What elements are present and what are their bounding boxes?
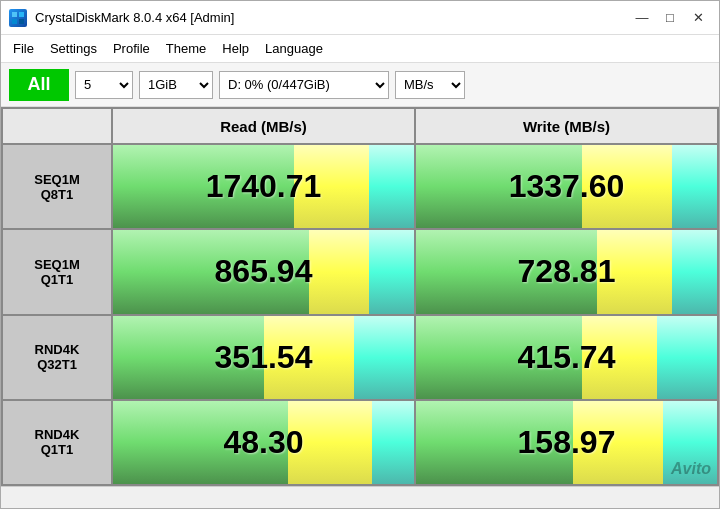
menu-file[interactable]: File — [5, 38, 42, 59]
row-label-seq1m-q1t1: SEQ1M Q1T1 — [3, 230, 113, 315]
menu-settings[interactable]: Settings — [42, 38, 105, 59]
menu-profile[interactable]: Profile — [105, 38, 158, 59]
minimize-button[interactable]: — — [629, 7, 655, 29]
read-seq1m-q1t1: 865.94 — [113, 230, 416, 315]
app-icon — [9, 9, 27, 27]
maximize-button[interactable]: □ — [657, 7, 683, 29]
write-seq1m-q1t1: 728.81 — [416, 230, 719, 315]
avito-watermark: Avito — [671, 460, 711, 478]
close-button[interactable]: ✕ — [685, 7, 711, 29]
header-write: Write (MB/s) — [416, 109, 719, 145]
title-bar: CrystalDiskMark 8.0.4 x64 [Admin] — □ ✕ — [1, 1, 719, 35]
status-bar — [1, 486, 719, 508]
window-title: CrystalDiskMark 8.0.4 x64 [Admin] — [35, 10, 234, 25]
read-rnd4k-q1t1: 48.30 — [113, 401, 416, 486]
results-table: Read (MB/s) Write (MB/s) SEQ1M Q8T1 1740… — [1, 107, 719, 486]
svg-rect-2 — [12, 19, 17, 24]
drive-select[interactable]: D: 0% (0/447GiB) C: 50% (250/500GiB) — [219, 71, 389, 99]
window-controls: — □ ✕ — [629, 7, 711, 29]
toolbar: All 5 1 3 9 1GiB 512MiB 256MiB 2GiB D: 0… — [1, 63, 719, 107]
svg-rect-1 — [19, 12, 24, 17]
runs-select[interactable]: 5 1 3 9 — [75, 71, 133, 99]
svg-rect-0 — [12, 12, 17, 17]
header-empty — [3, 109, 113, 145]
main-window: CrystalDiskMark 8.0.4 x64 [Admin] — □ ✕ … — [0, 0, 720, 509]
svg-rect-3 — [19, 19, 24, 24]
title-bar-left: CrystalDiskMark 8.0.4 x64 [Admin] — [9, 9, 234, 27]
write-rnd4k-q32t1: 415.74 — [416, 316, 719, 401]
menu-bar: File Settings Profile Theme Help Languag… — [1, 35, 719, 63]
menu-language[interactable]: Language — [257, 38, 331, 59]
menu-help[interactable]: Help — [214, 38, 257, 59]
menu-theme[interactable]: Theme — [158, 38, 214, 59]
header-read: Read (MB/s) — [113, 109, 416, 145]
read-rnd4k-q32t1: 351.54 — [113, 316, 416, 401]
size-select[interactable]: 1GiB 512MiB 256MiB 2GiB — [139, 71, 213, 99]
row-label-seq1m-q8t1: SEQ1M Q8T1 — [3, 145, 113, 230]
row-label-rnd4k-q32t1: RND4K Q32T1 — [3, 316, 113, 401]
unit-select[interactable]: MB/s GB/s IOPS — [395, 71, 465, 99]
write-seq1m-q8t1: 1337.60 — [416, 145, 719, 230]
read-seq1m-q8t1: 1740.71 — [113, 145, 416, 230]
main-content: Read (MB/s) Write (MB/s) SEQ1M Q8T1 1740… — [1, 107, 719, 486]
row-label-rnd4k-q1t1: RND4K Q1T1 — [3, 401, 113, 486]
all-button[interactable]: All — [9, 69, 69, 101]
